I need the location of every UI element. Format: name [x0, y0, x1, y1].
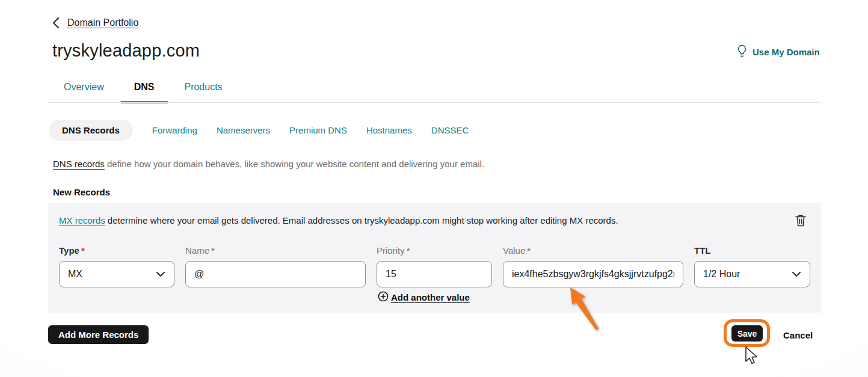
record-fields-row: Type* MX Name* Priority* — [59, 245, 810, 287]
name-label: Name* — [185, 245, 366, 256]
mouse-cursor-icon — [743, 346, 759, 371]
subtab-dns-records[interactable]: DNS Records — [49, 120, 133, 141]
subtab-premium-dns[interactable]: Premium DNS — [289, 125, 347, 135]
dns-subtabs: DNS Records Forwarding Nameservers Premi… — [49, 120, 469, 141]
subtab-forwarding[interactable]: Forwarding — [152, 125, 197, 135]
value-input[interactable] — [512, 269, 674, 280]
add-another-value-label: Add another value — [391, 292, 470, 302]
ttl-field-group: TTL 1/2 Hour — [694, 245, 810, 287]
priority-field-group: Priority* — [377, 245, 492, 287]
tab-products[interactable]: Products — [184, 82, 222, 103]
type-select-value: MX — [68, 269, 82, 280]
add-another-value-button[interactable]: Add another value — [378, 291, 470, 304]
type-label: Type* — [59, 245, 174, 256]
ttl-select[interactable]: 1/2 Hour — [694, 261, 810, 287]
lightbulb-icon — [736, 44, 748, 60]
required-asterisk: * — [527, 245, 531, 256]
value-input-wrap — [503, 261, 683, 287]
name-input[interactable] — [194, 269, 357, 280]
chevron-down-icon — [792, 269, 801, 280]
type-field-group: Type* MX — [59, 245, 174, 287]
subtab-dnssec[interactable]: DNSSEC — [431, 125, 469, 135]
mx-records-link[interactable]: MX records — [59, 215, 105, 225]
tabs-divider — [48, 102, 821, 103]
required-asterisk: * — [81, 245, 85, 256]
subtab-nameservers[interactable]: Nameservers — [217, 125, 270, 135]
back-link-label[interactable]: Domain Portfolio — [67, 17, 138, 28]
priority-label: Priority* — [377, 245, 492, 256]
use-my-domain-button[interactable]: Use My Domain — [736, 44, 820, 60]
cancel-button[interactable]: Cancel — [783, 330, 813, 340]
mx-warning: MX records determine where your email ge… — [59, 215, 618, 225]
tab-dns[interactable]: DNS — [134, 82, 155, 103]
mx-warning-text: determine where your email gets delivere… — [105, 215, 618, 225]
tab-overview[interactable]: Overview — [64, 82, 104, 103]
value-label: Value* — [503, 245, 683, 256]
dns-description: DNS records define how your domain behav… — [53, 159, 484, 169]
plus-circle-icon — [378, 291, 389, 304]
ttl-select-value: 1/2 Hour — [703, 269, 740, 280]
new-records-heading: New Records — [53, 187, 110, 197]
priority-input[interactable] — [386, 269, 483, 280]
priority-input-wrap — [377, 261, 492, 287]
use-my-domain-label: Use My Domain — [753, 47, 820, 57]
name-input-wrap — [185, 261, 366, 287]
chevron-down-icon — [156, 269, 165, 280]
subtab-hostnames[interactable]: Hostnames — [366, 125, 412, 135]
type-select[interactable]: MX — [59, 261, 174, 287]
dns-description-text: define how your domain behaves, like sho… — [105, 159, 484, 169]
save-button[interactable]: Save — [731, 325, 763, 342]
required-asterisk: * — [407, 245, 410, 256]
add-more-records-button[interactable]: Add More Records — [48, 325, 149, 344]
chevron-left-icon — [52, 17, 60, 29]
ttl-label: TTL — [694, 245, 810, 256]
delete-record-button[interactable] — [795, 214, 807, 230]
dns-records-link[interactable]: DNS records — [53, 159, 105, 169]
back-navigation[interactable]: Domain Portfolio — [52, 17, 138, 29]
trash-icon — [795, 219, 807, 229]
primary-tabs: Overview DNS Products — [64, 82, 223, 103]
new-record-card: MX records determine where your email ge… — [48, 203, 821, 313]
dns-management-page: Domain Portfolio tryskyleadapp.com Use M… — [0, 0, 868, 377]
name-field-group: Name* — [185, 245, 366, 287]
required-asterisk: * — [211, 245, 215, 256]
value-field-group: Value* — [503, 245, 683, 287]
page-title: tryskyleadapp.com — [52, 41, 200, 61]
